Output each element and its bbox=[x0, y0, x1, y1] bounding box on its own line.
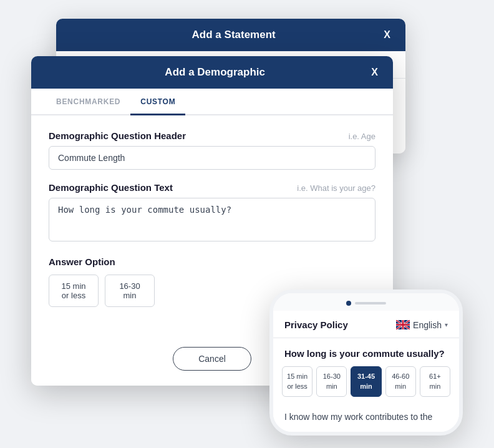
phone-header: Privacy Policy English ▾ bbox=[273, 311, 459, 338]
phone-dot-inactive bbox=[355, 302, 386, 304]
demographic-close-button[interactable]: X bbox=[371, 67, 378, 78]
statement-close-button[interactable]: X bbox=[384, 29, 390, 41]
header-field-group: Demographic Question Header i.e. Age bbox=[49, 130, 375, 170]
answer-options-label: Answer Option bbox=[49, 256, 375, 267]
phone-container: Privacy Policy English ▾ How long is you… bbox=[269, 290, 463, 436]
text-field-textarea[interactable] bbox=[49, 198, 375, 241]
phone-footer-text: I know how my work contributes to the bbox=[273, 407, 459, 432]
demographic-modal-tabs: BENCHMARKED CUSTOM bbox=[31, 89, 393, 115]
demographic-tab-custom[interactable]: CUSTOM bbox=[130, 89, 185, 115]
phone-dot-active bbox=[346, 301, 351, 306]
text-field-group: Demographic Question Text i.e. What is y… bbox=[49, 182, 375, 244]
answer-option-0[interactable]: 15 minor less bbox=[49, 275, 99, 307]
language-selector[interactable]: English ▾ bbox=[396, 320, 448, 330]
phone-option-3[interactable]: 46-60min bbox=[385, 366, 416, 397]
cancel-button[interactable]: Cancel bbox=[173, 347, 251, 371]
phone-option-0[interactable]: 15 minor less bbox=[282, 366, 312, 397]
phone-indicator bbox=[273, 293, 459, 311]
header-field-hint: i.e. Age bbox=[349, 132, 375, 141]
demographic-modal-header: Add a Demographic X bbox=[31, 56, 393, 89]
text-field-hint: i.e. What is your age? bbox=[297, 183, 375, 193]
demographic-tab-benchmarked[interactable]: BENCHMARKED bbox=[46, 89, 130, 114]
language-label: English bbox=[413, 320, 442, 330]
demographic-modal-title: Add a Demographic bbox=[59, 66, 371, 79]
phone-option-1[interactable]: 16-30min bbox=[316, 366, 347, 397]
phone-option-4[interactable]: 61+min bbox=[420, 366, 450, 397]
phone-option-2[interactable]: 31-45min bbox=[351, 366, 381, 397]
text-field-label: Demographic Question Text bbox=[49, 182, 173, 193]
header-field-label: Demographic Question Header bbox=[49, 130, 186, 141]
uk-flag-icon bbox=[396, 320, 410, 329]
phone-options-list: 15 minor less 16-30min 31-45min 46-60min… bbox=[273, 366, 459, 407]
statement-modal-header: Add a Statement X bbox=[56, 19, 405, 51]
phone-header-title: Privacy Policy bbox=[284, 319, 348, 330]
chevron-down-icon: ▾ bbox=[445, 321, 448, 328]
phone-question: How long is your commute usually? bbox=[273, 338, 459, 366]
text-label-row: Demographic Question Text i.e. What is y… bbox=[49, 182, 375, 193]
phone-body: Privacy Policy English ▾ How long is you… bbox=[273, 311, 459, 432]
header-label-row: Demographic Question Header i.e. Age bbox=[49, 130, 375, 141]
statement-modal-title: Add a Statement bbox=[84, 29, 384, 41]
header-field-input[interactable] bbox=[49, 146, 375, 170]
answer-option-1[interactable]: 16-30min bbox=[105, 275, 155, 307]
